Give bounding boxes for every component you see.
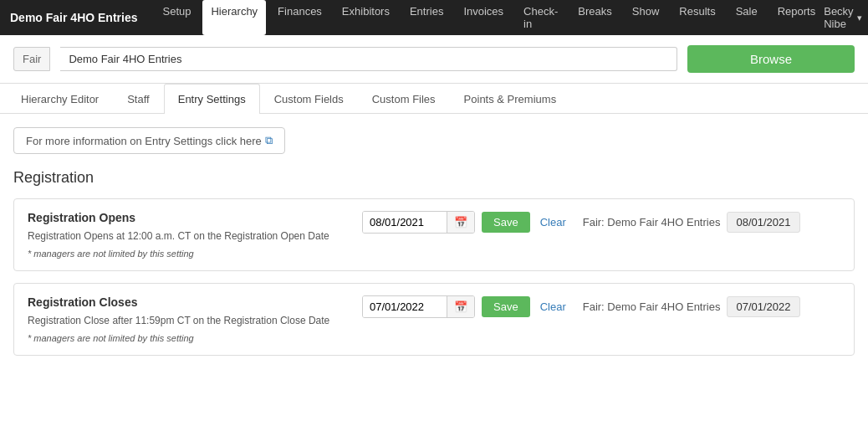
registration-closes-title: Registration Closes [28, 295, 349, 309]
registration-closes-desc: Registration Close after 11:59pm CT on t… [28, 314, 349, 328]
nav-invoices[interactable]: Invoices [455, 0, 512, 35]
nav-exhibitors[interactable]: Exhibitors [334, 0, 398, 35]
registration-closes-card: Registration Closes Registration Close a… [13, 283, 855, 356]
nav-setup[interactable]: Setup [155, 0, 200, 35]
registration-opens-save-button[interactable]: Save [482, 212, 530, 233]
registration-opens-title: Registration Opens [28, 211, 349, 224]
registration-closes-clear-button[interactable]: Clear [537, 296, 569, 317]
registration-opens-note: * managers are not limited by this setti… [28, 249, 349, 259]
nav-finances[interactable]: Finances [269, 0, 330, 35]
app-title: Demo Fair 4HO Entries [10, 11, 138, 24]
registration-opens-date-wrap: 📅 [362, 211, 475, 234]
nav-results[interactable]: Results [671, 0, 723, 35]
fair-value: Demo Fair 4HO Entries [60, 47, 677, 71]
registration-closes-date-wrap: 📅 [362, 295, 475, 318]
nav-breaks[interactable]: Breaks [569, 0, 620, 35]
info-text: For more information on Entry Settings c… [26, 135, 262, 147]
info-link-icon[interactable]: ⧉ [265, 134, 273, 147]
fair-label: Fair [13, 47, 50, 71]
registration-closes-fair-ref: Fair: Demo Fair 4HO Entries [583, 300, 721, 313]
registration-opens-desc: Registration Opens at 12:00 a.m. CT on t… [28, 229, 349, 244]
tab-entry-settings[interactable]: Entry Settings [164, 84, 260, 114]
registration-closes-date-badge: 07/01/2022 [727, 296, 799, 317]
tab-staff[interactable]: Staff [113, 84, 164, 114]
registration-opens-right: 📅 Save Clear Fair: Demo Fair 4HO Entries… [362, 211, 840, 234]
registration-opens-calendar-button[interactable]: 📅 [447, 212, 474, 233]
registration-closes-calendar-button[interactable]: 📅 [447, 296, 474, 317]
tabs-bar: Hierarchy Editor Staff Entry Settings Cu… [0, 84, 868, 114]
registration-closes-note: * managers are not limited by this setti… [28, 333, 349, 343]
fair-bar: Fair Demo Fair 4HO Entries Browse [0, 35, 868, 84]
registration-opens-clear-button[interactable]: Clear [537, 212, 569, 233]
info-bar: For more information on Entry Settings c… [13, 127, 285, 154]
nav-checkin[interactable]: Check-in [515, 0, 566, 35]
nav-sale[interactable]: Sale [728, 0, 766, 35]
registration-closes-right: 📅 Save Clear Fair: Demo Fair 4HO Entries… [362, 295, 840, 318]
registration-opens-card: Registration Opens Registration Opens at… [13, 198, 855, 271]
tab-hierarchy-editor[interactable]: Hierarchy Editor [7, 84, 113, 114]
nav-show[interactable]: Show [624, 0, 668, 35]
top-nav: Demo Fair 4HO Entries Setup Hierarchy Fi… [0, 0, 868, 35]
registration-opens-fair-ref: Fair: Demo Fair 4HO Entries [583, 216, 721, 228]
tab-points-premiums[interactable]: Points & Premiums [450, 84, 571, 114]
browse-button[interactable]: Browse [687, 45, 855, 73]
nav-reports[interactable]: Reports [769, 0, 825, 35]
tab-custom-fields[interactable]: Custom Fields [260, 84, 358, 114]
registration-closes-date-input[interactable] [363, 296, 447, 317]
content-area: For more information on Entry Settings c… [0, 114, 868, 381]
section-heading: Registration [13, 169, 855, 187]
registration-closes-left: Registration Closes Registration Close a… [28, 295, 362, 343]
registration-opens-date-input[interactable] [363, 212, 447, 233]
registration-closes-save-button[interactable]: Save [482, 296, 530, 317]
nav-hierarchy[interactable]: Hierarchy [202, 0, 266, 35]
nav-entries[interactable]: Entries [401, 0, 452, 35]
tab-custom-files[interactable]: Custom Files [358, 84, 450, 114]
registration-opens-left: Registration Opens Registration Opens at… [28, 211, 362, 259]
nav-items: Setup Hierarchy Finances Exhibitors Entr… [155, 0, 825, 35]
user-menu[interactable]: Becky Nibe [824, 5, 861, 30]
registration-opens-date-badge: 08/01/2021 [727, 212, 799, 233]
